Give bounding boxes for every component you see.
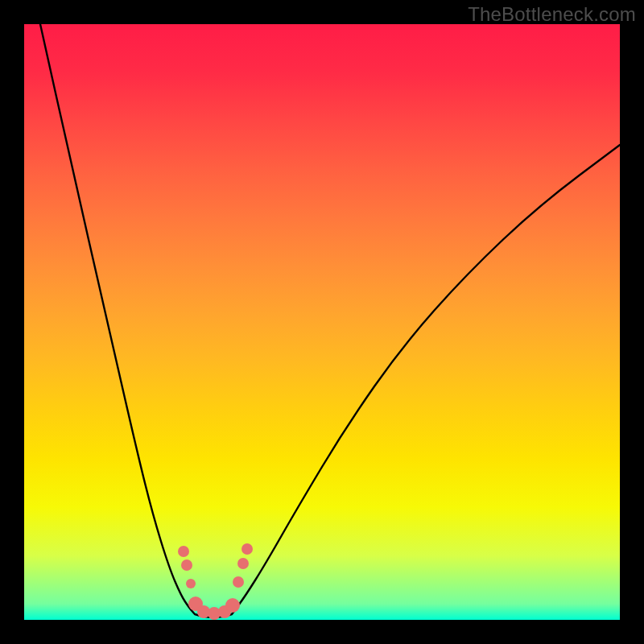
curve-marker xyxy=(181,559,192,571)
curve-marker xyxy=(242,543,253,555)
curve-marker xyxy=(225,598,240,613)
curve-svg xyxy=(24,24,620,620)
chart-stage: TheBottleneck.com xyxy=(0,0,644,644)
curve-marker xyxy=(233,576,244,588)
curve-marker xyxy=(186,579,196,588)
curve-marker xyxy=(178,546,189,557)
bottleneck-curve xyxy=(40,24,620,617)
watermark-text: TheBottleneck.com xyxy=(468,3,636,26)
curve-marker xyxy=(237,558,249,569)
plot-area xyxy=(24,24,620,620)
